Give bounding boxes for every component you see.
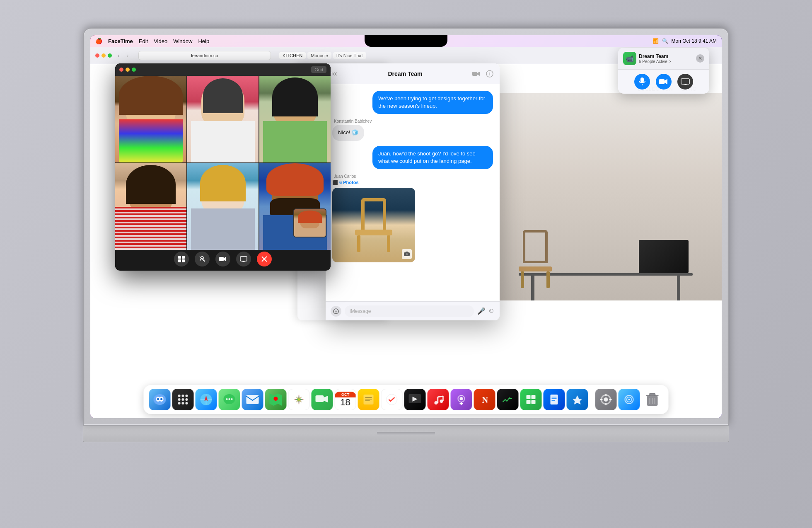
svg-point-31 (178, 395, 181, 397)
messages-audio-icon[interactable]: 🎤 (477, 307, 486, 315)
facetime-grid-toggle-btn[interactable] (174, 252, 189, 266)
chair-leg-right (387, 235, 390, 252)
svg-point-37 (178, 402, 181, 404)
facetime-mute-btn[interactable] (195, 252, 210, 266)
browser-address-bar[interactable]: leeandnim.co (138, 51, 271, 60)
message-bubble-2: Konstantin Babichev Nice! 🧊 (332, 119, 493, 140)
dock-safari[interactable] (196, 389, 217, 410)
dock-messages[interactable] (219, 389, 240, 410)
dock-facetime[interactable] (312, 389, 333, 410)
menubar-right: 📶 🔍 Mon Oct 18 9:41 AM (652, 38, 717, 44)
dock-pages[interactable] (544, 389, 565, 410)
dock-music[interactable] (428, 389, 449, 410)
macbook-screen: 🍎 FaceTime Edit Video Window Help 📶 🔍 Mo… (90, 35, 722, 418)
dock-photos[interactable] (288, 389, 310, 410)
chair-leg-left (357, 235, 360, 252)
svg-rect-1 (182, 256, 185, 259)
browser-minimize-btn[interactable] (102, 53, 106, 58)
dock-launchpad[interactable] (172, 389, 194, 410)
search-icon[interactable]: 🔍 (662, 38, 668, 44)
shareplay-header-content: 📹 Dream Team 6 People Active > (623, 52, 696, 65)
dock-numbers[interactable] (520, 389, 542, 410)
facetime-window: Grid (115, 63, 331, 271)
dock-podcasts[interactable] (451, 389, 472, 410)
svg-text:N: N (482, 395, 488, 404)
browser-forward-icon[interactable]: › (127, 53, 128, 58)
svg-rect-20 (640, 78, 644, 82)
facetime-maximize-btn[interactable] (132, 68, 136, 72)
browser-url: leeandnim.co (191, 53, 218, 58)
dock-system-preferences[interactable] (595, 389, 617, 410)
dock-finder[interactable] (149, 389, 171, 410)
shareplay-app-icon: 📹 (623, 52, 636, 65)
messages-info-btn[interactable]: i (485, 69, 495, 79)
messages-text-input[interactable]: iMessage (345, 305, 474, 317)
shareplay-subtitle[interactable]: 6 People Active > (639, 59, 671, 64)
browser-maximize-btn[interactable] (108, 53, 112, 58)
facetime-participant-2 (187, 76, 259, 162)
dock-reminders[interactable] (381, 389, 403, 410)
messages-emoji-icon[interactable]: ☺ (488, 307, 495, 315)
apple-menu[interactable]: 🍎 (95, 38, 102, 44)
menu-help[interactable]: Help (198, 38, 209, 44)
facetime-end-call-btn[interactable] (257, 252, 272, 266)
svg-point-45 (226, 398, 228, 400)
svg-point-29 (157, 398, 159, 400)
browser-tab-nicehat[interactable]: It's Nice That (333, 52, 366, 59)
dock-news[interactable]: N (474, 389, 495, 410)
messages-chat-header: To: Dream Team i (326, 63, 500, 84)
facetime-video-btn[interactable] (215, 252, 230, 266)
browser-back-icon[interactable]: ‹ (118, 53, 119, 58)
dock-maps[interactable] (265, 389, 287, 410)
svg-line-5 (200, 257, 205, 262)
facetime-participant-1 (115, 76, 186, 162)
browser-tab-monocle[interactable]: Monocle (307, 52, 331, 59)
svg-rect-0 (178, 256, 181, 259)
svg-rect-12 (472, 72, 477, 76)
svg-rect-56 (316, 395, 324, 402)
shareplay-screen-btn[interactable] (677, 74, 693, 90)
svg-point-47 (231, 398, 233, 400)
message-text-2: Nice! 🧊 (332, 125, 364, 140)
shareplay-mic-btn[interactable] (634, 74, 650, 90)
dock-trash[interactable] (642, 389, 663, 410)
facetime-grid-label[interactable]: Grid (311, 66, 326, 73)
dock-notes[interactable] (358, 389, 379, 410)
dock-tv[interactable] (404, 389, 426, 410)
svg-text:A: A (335, 310, 337, 314)
menubar-left: 🍎 FaceTime Edit Video Window Help (95, 38, 209, 44)
facetime-close-btn[interactable] (119, 68, 123, 72)
dock-mail[interactable] (242, 389, 263, 410)
dock-appstore[interactable] (567, 389, 588, 410)
dock-calendar-month: OCT (335, 392, 356, 397)
browser-close-btn[interactable] (95, 53, 99, 58)
chair-seat (355, 230, 392, 235)
svg-rect-3 (182, 259, 185, 262)
facetime-controls-bar (115, 250, 331, 270)
messages-facetime-video-btn[interactable] (471, 69, 481, 79)
facetime-screen-share-btn[interactable] (236, 252, 251, 266)
active-app-name[interactable]: FaceTime (108, 38, 133, 44)
browser-tab-kitchen[interactable]: KITCHEN (279, 52, 306, 59)
svg-point-16 (406, 253, 408, 255)
dock-stocks[interactable] (497, 389, 519, 410)
facetime-minimize-btn[interactable] (126, 68, 130, 72)
svg-rect-57 (364, 395, 374, 404)
message-photo-grid[interactable] (332, 188, 415, 262)
svg-point-32 (182, 395, 184, 397)
shareplay-video-btn[interactable] (656, 74, 672, 90)
shareplay-controls (618, 70, 709, 94)
dock-screensaver[interactable] (619, 389, 640, 410)
dock-calendar-date: 18 (335, 397, 356, 407)
menu-window[interactable]: Window (173, 38, 192, 44)
message-bubble-3: Juan, how'd the shoot go? I'd love to se… (332, 146, 493, 169)
menu-edit[interactable]: Edit (139, 38, 148, 44)
dock-calendar[interactable]: OCT 18 (335, 389, 356, 410)
photo-camera-icon (402, 249, 412, 259)
svg-rect-48 (247, 395, 259, 404)
svg-point-70 (460, 397, 463, 400)
messages-app-store-btn[interactable]: A (331, 306, 341, 317)
menu-video[interactable]: Video (154, 38, 167, 44)
shareplay-close-btn[interactable]: ✕ (696, 54, 704, 63)
screen-content: 🍎 FaceTime Edit Video Window Help 📶 🔍 Mo… (90, 35, 722, 418)
